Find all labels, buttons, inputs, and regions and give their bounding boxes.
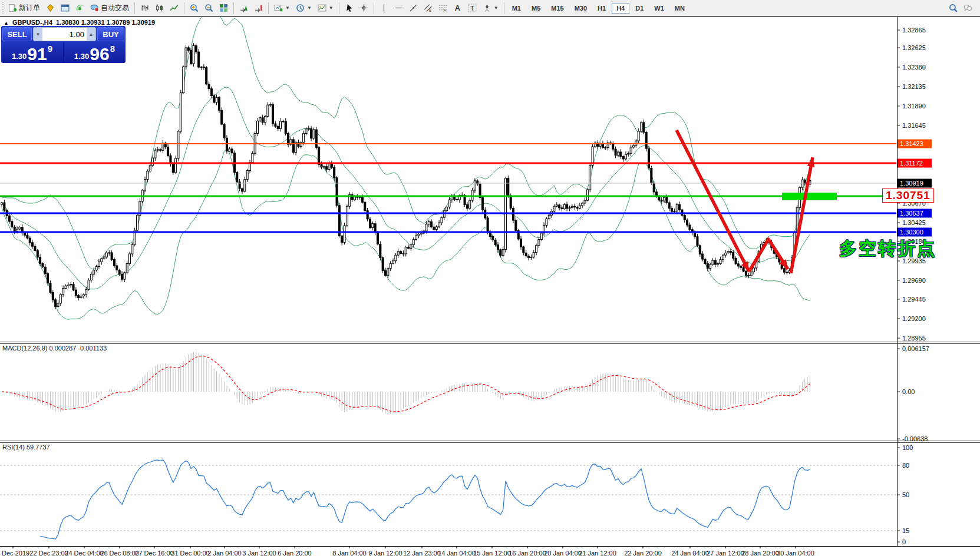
text-button[interactable]: A: [451, 1, 464, 15]
svg-text:15: 15: [902, 527, 909, 534]
tile-windows-button[interactable]: [217, 1, 230, 15]
auto-trading-label: 自动交易: [101, 3, 129, 13]
timeframe-m1-button[interactable]: M1: [507, 3, 526, 14]
equidistant-channel-icon: E: [424, 4, 433, 12]
chart-canvas[interactable]: 1.328651.326251.323801.321351.318901.316…: [0, 0, 980, 559]
candles: [1, 43, 811, 309]
symbol-title: GBPUSD-,H4: [12, 19, 52, 26]
tile-windows-icon: [219, 4, 228, 12]
svg-text:T: T: [470, 5, 474, 12]
sell-button[interactable]: SELL: [2, 27, 32, 41]
auto-scroll-button[interactable]: [237, 1, 250, 15]
macd-label: MACD(12,26,9) 0.000287 -0.001133: [2, 345, 107, 352]
mt4-window: 新订单自动交易▼▼▼EFAT▼M1M5M15M30H1H4D1W1MN 1.32…: [0, 0, 980, 559]
search-icon: [949, 4, 958, 12]
toolbar: 新订单自动交易▼▼▼EFAT▼M1M5M15M30H1H4D1W1MN: [0, 0, 980, 16]
equidistant-channel-button[interactable]: E: [421, 1, 435, 15]
zoom-out-button[interactable]: [202, 1, 216, 15]
toolbar-separator: [233, 2, 234, 14]
price-axis-label: 1.31890: [902, 102, 926, 110]
new-order-label: 新订单: [19, 3, 40, 13]
search-button[interactable]: [946, 1, 960, 15]
rsi-line: [40, 460, 810, 539]
timeframe-d1-button[interactable]: D1: [631, 3, 648, 14]
vertical-line-button[interactable]: [377, 1, 391, 15]
svg-text:-0.00638: -0.00638: [902, 435, 928, 442]
chat-button[interactable]: [961, 1, 975, 15]
text-icon: A: [453, 4, 462, 12]
time-axis-label: 14 Jan 04:00: [438, 550, 476, 557]
sell-price[interactable]: 1.30 91 9: [1, 42, 64, 63]
data-window-icon: [61, 4, 70, 12]
cursor-icon: [345, 4, 354, 12]
chart-shift-button[interactable]: [252, 1, 265, 15]
toolbar-grip: [1, 2, 4, 14]
new-chart-dropdown-icon[interactable]: ▼: [285, 5, 290, 11]
chart-line-button[interactable]: [167, 1, 181, 15]
fibonacci-button[interactable]: F: [436, 1, 450, 15]
symbol-line: ▲ GBPUSD-,H4 1.30830 1.30931 1.30789 1.3…: [4, 19, 155, 26]
toolbar-separator: [504, 2, 504, 14]
new-order-button[interactable]: 新订单: [6, 1, 42, 15]
volume-input[interactable]: [42, 28, 87, 41]
market-watch-button[interactable]: [44, 1, 57, 15]
horizontal-lines: [0, 144, 896, 232]
trend-arrows: [677, 130, 814, 273]
timeframe-m15-button[interactable]: M15: [546, 3, 568, 14]
periods-button[interactable]: ▼: [293, 1, 314, 15]
auto-trading-icon: [90, 4, 99, 12]
toolbar-separator: [184, 2, 184, 14]
buy-price[interactable]: 1.30 96 8: [64, 42, 126, 63]
time-axis-label: 22 Dec 23:00: [29, 550, 68, 557]
trade-panel-price-row: 1.30 91 9 1.30 96 8: [1, 42, 126, 63]
pane-borders: [0, 16, 980, 546]
toolbar-right: [946, 1, 975, 15]
time-axis-label: 31 Dec 00:00: [171, 550, 209, 557]
price-axis-label: 1.30425: [902, 219, 926, 226]
data-window-button[interactable]: [58, 1, 72, 15]
chart-candles-button[interactable]: [153, 1, 166, 15]
price-axis-label: 1.29200: [902, 315, 926, 322]
periods-dropdown-icon[interactable]: ▼: [307, 5, 312, 11]
volume-increase-button[interactable]: ▲: [87, 28, 95, 41]
templates-dropdown-icon[interactable]: ▼: [329, 5, 334, 11]
time-axis[interactable]: 9 Dec 201922 Dec 23:0024 Dec 04:0026 Dec…: [0, 546, 814, 557]
signals-button[interactable]: [73, 1, 87, 15]
price-tag-label: 1.30537: [900, 210, 923, 217]
svg-text:0.006157: 0.006157: [902, 345, 929, 352]
cursor-button[interactable]: [342, 1, 356, 15]
timeframe-h4-button[interactable]: H4: [612, 3, 629, 14]
time-axis-label: 12 Jan 23:00: [403, 550, 441, 557]
horizontal-line-button[interactable]: [392, 1, 405, 15]
trendline-button[interactable]: [407, 1, 420, 15]
new-chart-button[interactable]: ▼: [272, 1, 292, 15]
toolbar-separator: [374, 2, 374, 14]
timeframe-w1-button[interactable]: W1: [649, 3, 669, 14]
auto-trading-button[interactable]: 自动交易: [88, 1, 131, 15]
macd-histogram: [2, 352, 810, 414]
time-axis-label: 27 Jan 12:00: [707, 550, 744, 557]
ohlc-values: 1.30830 1.30931 1.30789 1.30919: [56, 19, 155, 26]
collapse-icon[interactable]: ▲: [4, 20, 9, 26]
time-axis-label: 22 Jan 20:00: [624, 550, 662, 557]
price-axis-label: 1.32865: [902, 27, 926, 34]
volume-decrease-button[interactable]: ▼: [34, 28, 42, 41]
svg-text:F: F: [443, 8, 446, 12]
zoom-in-button[interactable]: [187, 1, 201, 15]
crosshair-button[interactable]: [357, 1, 371, 15]
timeframe-mn-button[interactable]: MN: [670, 3, 689, 14]
arrows-button[interactable]: ▼: [480, 1, 501, 15]
toolbar-separator: [268, 2, 269, 14]
templates-button[interactable]: ▼: [315, 1, 336, 15]
timeframe-m30-button[interactable]: M30: [570, 3, 592, 14]
chart-bars-button[interactable]: [138, 1, 151, 15]
buy-button[interactable]: BUY: [97, 27, 124, 41]
text-label-button[interactable]: T: [466, 1, 479, 15]
price-tag-label: 1.30919: [900, 180, 923, 187]
time-axis-label: 24 Jan 04:00: [671, 550, 709, 557]
timeframe-h1-button[interactable]: H1: [593, 3, 611, 14]
arrows-dropdown-icon[interactable]: ▼: [494, 5, 499, 11]
price-axis[interactable]: 1.328651.326251.323801.321351.318901.316…: [897, 27, 932, 342]
price-axis-label: 1.31645: [902, 122, 926, 129]
timeframe-m5-button[interactable]: M5: [527, 3, 545, 14]
